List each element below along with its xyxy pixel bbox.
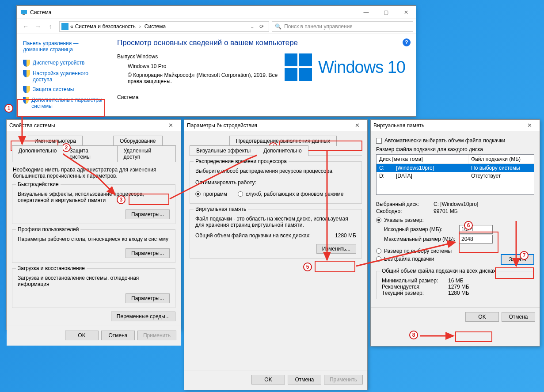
group-performance: Быстродействие Визуальные эффекты, испол… bbox=[12, 184, 175, 224]
shield-icon bbox=[23, 70, 30, 77]
dialog-title-text: Виртуальная память bbox=[373, 122, 424, 129]
vm-change-button[interactable]: Изменить... bbox=[316, 244, 356, 254]
tab-visual-effects[interactable]: Визуальные эффекты bbox=[190, 145, 257, 156]
sidebar-item-advanced-system[interactable]: Дополнительные параметры системы bbox=[23, 95, 109, 111]
breadcrumb-sep-icon bbox=[137, 23, 143, 30]
windows-brand: Windows 10 bbox=[285, 53, 405, 81]
cpu-desc: Выберите способ распределения ресурсов п… bbox=[195, 168, 356, 174]
ok-button[interactable]: OK bbox=[465, 312, 499, 322]
nav-up-icon[interactable]: ↑ bbox=[44, 20, 57, 33]
dropdown-chevron-icon[interactable]: ⌄ bbox=[250, 23, 255, 30]
nav-back-icon[interactable]: ← bbox=[19, 20, 32, 33]
env-vars-button[interactable]: Переменные среды... bbox=[111, 312, 175, 321]
search-placeholder: Поиск в панели управления bbox=[284, 23, 353, 30]
total-pf-legend: Общий объем файла подкачки на всех диска… bbox=[380, 268, 498, 274]
group-cpu: Распределение времени процессора Выберит… bbox=[190, 161, 362, 204]
initial-size-input[interactable] bbox=[459, 225, 493, 234]
window-title: Система bbox=[30, 9, 356, 15]
startup-settings-button[interactable]: Параметры... bbox=[126, 293, 170, 303]
radio-no-pagefile[interactable]: Без файла подкачки bbox=[376, 256, 501, 262]
tab-remote[interactable]: Удаленный доступ bbox=[117, 145, 176, 162]
radio-background[interactable]: служб, работающих в фоновом режиме bbox=[238, 191, 343, 197]
breadcrumb-1[interactable]: Система и безопасность bbox=[75, 23, 136, 30]
dialog-title: Виртуальная память ✕ bbox=[371, 120, 540, 131]
radio-programs[interactable]: программ bbox=[195, 191, 227, 197]
group-total-pagefile: Общий объем файла подкачки на всех диска… bbox=[376, 271, 534, 299]
dialog-body: Автоматически выбирать объем файла подка… bbox=[371, 131, 540, 307]
tab-advanced[interactable]: Дополнительно bbox=[12, 145, 63, 162]
group-virtual-memory: Виртуальная память Файл подкачки - это о… bbox=[190, 209, 362, 259]
breadcrumb-2[interactable]: Система bbox=[145, 23, 166, 30]
radio-system-managed[interactable]: Размер по выбору системы bbox=[376, 248, 501, 254]
group-performance-legend: Быстродействие bbox=[16, 181, 61, 187]
drive-row-c[interactable]: C: [Windows10pro] По выбору системы bbox=[377, 164, 534, 172]
vm-total-label: Общий объем файла подкачки на всех диска… bbox=[195, 232, 335, 239]
radio-icon bbox=[376, 248, 381, 254]
drive-row-d[interactable]: D: [DATA] Отсутствует bbox=[377, 172, 534, 180]
apply-button[interactable]: Применить bbox=[324, 375, 363, 384]
performance-options-dialog: Параметры быстродействия ✕ Предотвращени… bbox=[184, 119, 368, 390]
group-vm-legend: Виртуальная память bbox=[194, 206, 248, 212]
drive-list[interactable]: Диск [метка тома] Файл подкачки (МБ) C: … bbox=[376, 154, 534, 195]
breadcrumb-pre: « bbox=[70, 23, 73, 30]
sidebar-item-device-manager[interactable]: Диспетчер устройств bbox=[23, 58, 109, 69]
maximize-button[interactable]: ▢ bbox=[376, 6, 396, 19]
ok-button[interactable]: OK bbox=[65, 331, 99, 340]
tab-hardware[interactable]: Оборудование bbox=[113, 136, 163, 146]
cancel-button[interactable]: Отмена bbox=[502, 312, 535, 322]
window-controls: — ▢ ✕ bbox=[356, 6, 416, 19]
selected-drive-label: Выбранный диск: bbox=[376, 201, 434, 207]
group-profiles: Профили пользователей Параметры рабочего… bbox=[12, 229, 175, 263]
refresh-icon[interactable]: ⟳ bbox=[256, 23, 267, 30]
auto-manage-checkbox[interactable]: Автоматически выбирать объем файла подка… bbox=[376, 137, 534, 144]
dialog-footer: OK Отмена Применить bbox=[7, 326, 181, 346]
set-button[interactable]: Задать bbox=[501, 254, 534, 265]
close-button[interactable]: ✕ bbox=[396, 6, 416, 19]
apply-button[interactable]: Применить bbox=[137, 331, 176, 340]
shield-icon bbox=[23, 60, 30, 67]
nav-bar: ← → ↑ « Система и безопасность Система ⌄… bbox=[17, 19, 416, 34]
radio-custom-size[interactable]: Указать размер: bbox=[376, 217, 534, 223]
titlebar: Система — ▢ ✕ bbox=[17, 6, 416, 19]
admin-note: Необходимо иметь права администратора дл… bbox=[13, 167, 175, 179]
shield-icon bbox=[23, 97, 29, 104]
max-size-label: Максимальный размер (МБ): bbox=[384, 236, 459, 242]
close-icon[interactable]: ✕ bbox=[350, 122, 365, 129]
dialog-body: Предотвращение выполнения данных Визуаль… bbox=[184, 131, 367, 370]
cancel-button[interactable]: Отмена bbox=[288, 375, 321, 384]
address-bar[interactable]: « Система и безопасность Система ⌄ ⟳ bbox=[59, 21, 269, 32]
free-label: Свободно: bbox=[376, 208, 434, 214]
startup-desc: Загрузка и восстановление системы, отлад… bbox=[18, 275, 170, 287]
address-monitor-icon bbox=[61, 23, 68, 30]
profiles-settings-button[interactable]: Параметры... bbox=[126, 248, 170, 258]
nav-forward-icon[interactable]: → bbox=[32, 20, 44, 33]
tab-protection[interactable]: Защита системы bbox=[63, 145, 117, 162]
control-panel-home-link[interactable]: Панель управления —домашняя страница bbox=[23, 40, 79, 53]
group-startup-legend: Загрузка и восстановление bbox=[16, 265, 87, 271]
drive-list-header: Диск [метка тома] Файл подкачки (МБ) bbox=[377, 155, 534, 164]
ok-button[interactable]: OK bbox=[251, 375, 285, 384]
tab-computer-name[interactable]: Имя компьютера bbox=[28, 136, 83, 146]
windows-logo-text: Windows 10 bbox=[318, 58, 405, 77]
system-properties-dialog: Свойства системы ✕ Имя компьютера Оборуд… bbox=[6, 119, 181, 330]
minimize-button[interactable]: — bbox=[356, 6, 376, 19]
dialog-title: Свойства системы ✕ bbox=[7, 120, 181, 131]
cancel-button[interactable]: Отмена bbox=[101, 331, 135, 340]
sidebar-item-protection[interactable]: Защита системы bbox=[23, 84, 109, 95]
close-icon[interactable]: ✕ bbox=[522, 122, 537, 129]
tab-advanced[interactable]: Дополнительно bbox=[257, 145, 308, 156]
sidebar-item-remote[interactable]: Настройка удаленного доступа bbox=[23, 69, 109, 84]
selected-drive-value: C: [Windows10pro] bbox=[434, 201, 478, 207]
dialog-title-text: Свойства системы bbox=[9, 122, 55, 129]
close-icon[interactable]: ✕ bbox=[163, 122, 178, 129]
dialog-body: Имя компьютера Оборудование Дополнительн… bbox=[7, 131, 181, 326]
help-icon[interactable]: ? bbox=[403, 38, 411, 46]
control-panel-search[interactable]: 🔍 Поиск в панели управления bbox=[272, 21, 413, 32]
shield-icon bbox=[23, 86, 30, 93]
performance-settings-button[interactable]: Параметры... bbox=[126, 209, 170, 219]
pf-label: Размер файла подкачки для каждого диска bbox=[376, 146, 534, 152]
radio-icon bbox=[376, 256, 381, 262]
max-size-input[interactable] bbox=[459, 235, 493, 244]
tab-dep[interactable]: Предотвращение выполнения данных bbox=[229, 136, 337, 146]
system-monitor-icon bbox=[20, 9, 27, 16]
